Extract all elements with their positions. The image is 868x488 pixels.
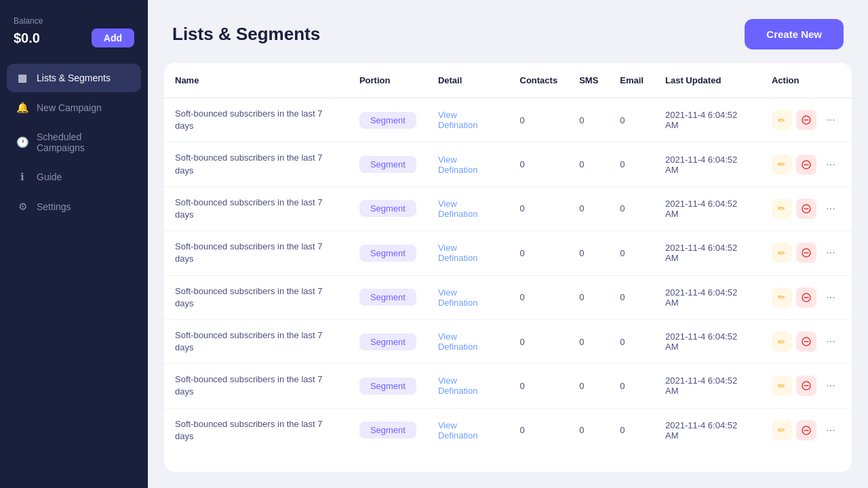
delete-icon [802,337,811,346]
more-button[interactable]: ··· [821,375,841,396]
edit-button[interactable]: ✏ [772,331,792,352]
sidebar-item-settings[interactable]: ⚙Settings [7,192,141,221]
row-sms: 0 [568,142,609,186]
col-header-name: Name [164,63,349,98]
row-contacts: 0 [509,364,569,408]
row-email: 0 [609,319,654,363]
sidebar-item-new-campaign[interactable]: 🔔New Campaign [7,94,141,122]
sidebar-item-guide[interactable]: ℹGuide [7,163,141,191]
row-portion: Segment [349,319,427,363]
sidebar-nav: ▦Lists & Segments🔔New Campaign🕐Scheduled… [0,58,148,488]
more-button[interactable]: ··· [821,155,841,175]
create-new-button[interactable]: Create New [745,19,844,49]
row-email: 0 [609,275,654,319]
row-name: Soft-bounced subscribers in the last 7 d… [164,98,349,142]
edit-button[interactable]: ✏ [772,155,792,175]
add-button[interactable]: Add [92,28,134,47]
nav-label-scheduled-campaigns: Scheduled Campaigns [37,131,132,153]
delete-icon [802,204,811,214]
balance-label: Balance [14,16,134,26]
view-definition-link[interactable]: View Defination [438,420,478,441]
view-definition-link[interactable]: View Defination [438,287,478,308]
row-email: 0 [609,231,654,275]
view-definition-link[interactable]: View Defination [438,331,478,352]
row-last-updated: 2021-11-4 6:04:52 AM [654,319,761,363]
more-button[interactable]: ··· [821,243,841,263]
row-action: ✏ ··· [761,186,852,230]
row-action: ✏ ··· [761,142,852,186]
nav-icon-settings: ⚙ [16,201,28,213]
row-last-updated: 2021-11-4 6:04:52 AM [654,186,761,230]
view-definition-link[interactable]: View Defination [438,199,478,219]
nav-label-settings: Settings [37,201,71,212]
page-title: Lists & Segments [172,24,320,45]
nav-icon-new-campaign: 🔔 [16,102,28,114]
more-button[interactable]: ··· [821,199,841,219]
row-name: Soft-bounced subscribers in the last 7 d… [164,231,349,275]
delete-button[interactable] [796,243,816,263]
row-detail: View Defination [427,364,509,408]
more-button[interactable]: ··· [821,420,841,441]
col-header-email: Email [609,63,654,98]
view-definition-link[interactable]: View Defination [438,110,478,130]
table-row: Soft-bounced subscribers in the last 7 d… [164,98,852,142]
row-email: 0 [609,186,654,230]
nav-label-lists-segments: Lists & Segments [37,73,111,83]
nav-icon-lists-segments: ▦ [16,72,28,84]
delete-button[interactable] [796,331,816,352]
row-name: Soft-bounced subscribers in the last 7 d… [164,275,349,319]
row-sms: 0 [568,364,609,408]
row-email: 0 [609,142,654,186]
row-contacts: 0 [509,186,569,230]
row-action: ✏ ··· [761,98,852,142]
row-last-updated: 2021-11-4 6:04:52 AM [654,408,761,452]
more-button[interactable]: ··· [821,110,841,130]
row-sms: 0 [568,319,609,363]
row-detail: View Defination [427,231,509,275]
view-definition-link[interactable]: View Defination [438,243,478,263]
view-definition-link[interactable]: View Defination [438,375,478,396]
edit-button[interactable]: ✏ [772,375,792,396]
nav-label-guide: Guide [37,171,62,182]
row-name: Soft-bounced subscribers in the last 7 d… [164,364,349,408]
row-last-updated: 2021-11-4 6:04:52 AM [654,364,761,408]
row-sms: 0 [568,186,609,230]
delete-icon [802,426,811,435]
sidebar-item-scheduled-campaigns[interactable]: 🕐Scheduled Campaigns [7,123,141,161]
delete-button[interactable] [796,110,816,130]
row-contacts: 0 [509,231,569,275]
view-definition-link[interactable]: View Defination [438,155,478,175]
delete-button[interactable] [796,155,816,175]
row-portion: Segment [349,98,427,142]
more-button[interactable]: ··· [821,287,841,308]
delete-icon [802,248,811,258]
row-detail: View Defination [427,186,509,230]
col-header-sms: SMS [568,63,609,98]
table-row: Soft-bounced subscribers in the last 7 d… [164,408,852,452]
delete-button[interactable] [796,199,816,219]
table-row: Soft-bounced subscribers in the last 7 d… [164,186,852,230]
table-body: Soft-bounced subscribers in the last 7 d… [164,98,852,453]
edit-button[interactable]: ✏ [772,243,792,263]
edit-button[interactable]: ✏ [772,287,792,308]
row-portion: Segment [349,408,427,452]
delete-button[interactable] [796,375,816,396]
edit-button[interactable]: ✏ [772,110,792,130]
edit-button[interactable]: ✏ [772,199,792,219]
delete-button[interactable] [796,420,816,441]
row-detail: View Defination [427,408,509,452]
row-email: 0 [609,364,654,408]
more-button[interactable]: ··· [821,331,841,352]
delete-button[interactable] [796,287,816,308]
row-action: ✏ ··· [761,364,852,408]
row-portion: Segment [349,231,427,275]
table-container: NamePortionDetailContactsSMSEmailLast Up… [164,63,852,472]
sidebar-item-lists-segments[interactable]: ▦Lists & Segments [7,64,141,92]
row-contacts: 0 [509,98,569,142]
edit-button[interactable]: ✏ [772,420,792,441]
col-header-action: Action [761,63,852,98]
row-action: ✏ ··· [761,275,852,319]
row-action: ✏ ··· [761,408,852,452]
row-sms: 0 [568,275,609,319]
delete-icon [802,293,811,302]
